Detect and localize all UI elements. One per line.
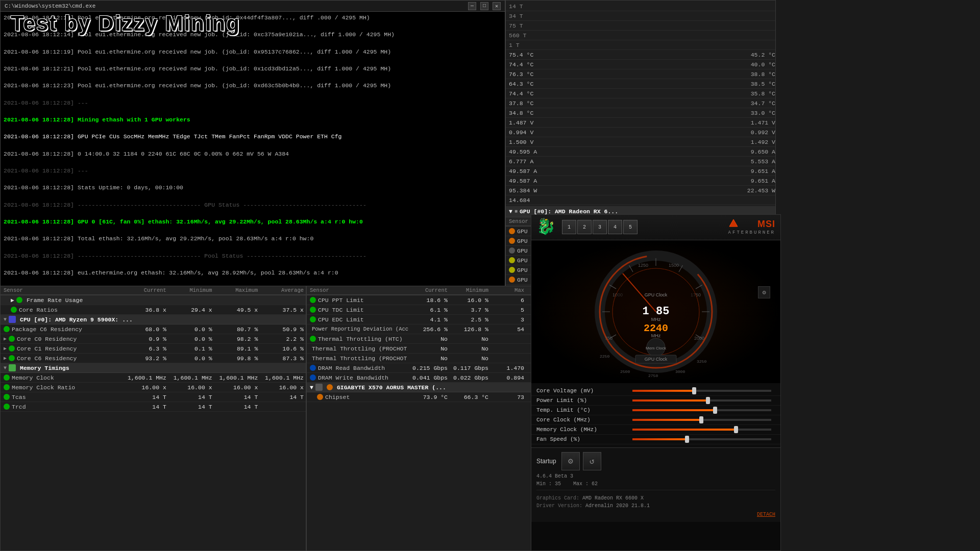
core-c0-v2: 0.0 %: [168, 336, 214, 342]
expand-icon: ▼: [4, 365, 7, 371]
core-c0-v3: 98.2 %: [214, 336, 260, 342]
cmd-line: 2021-08-06 18:12:19] Pool eu1.ethermine.…: [4, 48, 502, 57]
core-c1-v2: 0.1 %: [168, 345, 214, 352]
tcas-v4: 14 T: [260, 394, 306, 400]
hwinfo-left-panel: Sensor Current Minimum Maximum Average ▶…: [0, 286, 306, 551]
core-ratios-v4: 37.5 x: [260, 307, 306, 313]
trcd-v3: 14 T: [214, 404, 260, 410]
gigabyte-section[interactable]: ▼ GIGABYTE X570 AORUS MASTER (...: [307, 383, 535, 392]
ab-icon-x[interactable]: [727, 217, 740, 232]
ab-max: Max : 62: [573, 481, 598, 487]
table-row: 14 T: [506, 2, 775, 11]
core-c0-v1: 0.9 %: [122, 336, 168, 342]
table-row: 75 T: [506, 21, 775, 31]
core-c0-v4: 2.2 %: [260, 336, 306, 342]
ab-profile-2[interactable]: 2: [577, 220, 592, 234]
table-row: 1.487 V1.471 V: [506, 118, 775, 128]
cmd-line: 2021-08-06 18:12:28] -------------------…: [4, 201, 502, 210]
core-ratios-v1: 36.8 x: [122, 307, 168, 313]
ab-driver-row: Driver Version: Adrenalin 2020 21.8.1: [536, 503, 775, 509]
section-icon: [16, 297, 22, 303]
cmd-line: 2021-08-06 18:12:28] GPU 0 [61C, fan 0%]…: [4, 218, 502, 227]
frame-rate-section[interactable]: ▶ Frame Rate Usage: [1, 295, 306, 305]
core-c6-v1: 93.2 %: [122, 355, 168, 362]
cpu-section-header[interactable]: ▼ CPU [#0]: AMD Ryzen 9 5900X: ...: [1, 315, 306, 324]
frame-rate-label: Frame Rate Usage: [27, 297, 83, 304]
ab-startup-row: Startup ⚙ ↺: [536, 452, 775, 470]
row-icon: [310, 297, 316, 303]
power-limit-slider[interactable]: [632, 399, 771, 402]
ab-graphics-card-row: Graphics Card: AMD Radeon RX 6600 X: [536, 495, 775, 501]
ab-profile-5[interactable]: 5: [623, 220, 638, 234]
table-row: 74.4 °C35.8 °C: [506, 89, 775, 98]
svg-text:1250: 1250: [638, 263, 648, 268]
row-icon: [317, 394, 323, 400]
temp-limit-row: Temp. Limit (°C): [531, 406, 780, 415]
thermal-htc-v1: No: [409, 336, 450, 342]
expand-arrow: ▶: [4, 345, 7, 352]
cpu-edc-row: CPU EDC Limit 4.1 % 2.5 % 3: [307, 315, 535, 324]
ab-subtitle: AFTERBURNER: [728, 230, 775, 235]
cpu-ppt-v3: 6: [491, 297, 526, 304]
cmd-line: 2021-08-06 18:12:23] Pool eu1.ethermine.…: [4, 82, 502, 90]
cmd-separator: 2021-08-06 18:12:28] -------------------…: [4, 252, 502, 261]
memory-timings-section[interactable]: ▼ Memory Timings: [1, 363, 306, 373]
pkg-c6-v3: 80.7 %: [214, 326, 260, 333]
gigabyte-icon: [315, 384, 323, 391]
cpu-tdc-label: CPU TDC Limit: [318, 307, 364, 313]
cpu-section-label: CPU [#0]: AMD Ryzen 9 5900X: ...: [20, 316, 133, 323]
row-icon: [310, 365, 316, 371]
cmd-maximize[interactable]: □: [480, 2, 488, 10]
table-row: 1 T: [506, 40, 775, 50]
memory-clock-slider-label: Memory Clock (MHz): [536, 427, 628, 433]
row-icon: [4, 394, 10, 400]
cpu-edc-v2: 2.5 %: [450, 316, 491, 323]
ab-version-row: 4.6.4 Beta 3: [536, 473, 775, 479]
cmd-content: Test by Dizzy Mining 2021-08-06 18:12:10…: [1, 12, 505, 295]
ab-profile-4[interactable]: 4: [608, 220, 622, 234]
fan-speed-row: Fan Speed (%): [531, 435, 780, 444]
temp-limit-label: Temp. Limit (°C): [536, 407, 628, 413]
svg-text:1500: 1500: [669, 263, 679, 268]
thermal-prochot-cpu-label: Thermal Throttling (PROCHOT CPU): [312, 345, 409, 352]
ab-graphics-card-value: AMD Radeon RX 6600 X: [582, 495, 644, 501]
table-row: 75.4 °C45.2 °C: [506, 50, 775, 60]
memory-clock-slider[interactable]: [632, 429, 771, 431]
chipset-v1: 73.9 °C: [409, 394, 450, 400]
temp-limit-slider[interactable]: [632, 409, 771, 411]
row-icon: [509, 277, 515, 283]
thermal-prochot-ext-v1: No: [409, 355, 450, 362]
cpu-edc-label: CPU EDC Limit: [318, 316, 364, 323]
core-voltage-slider[interactable]: [632, 390, 771, 392]
ab-profile-3[interactable]: 3: [593, 220, 607, 234]
ab-settings-action-btn[interactable]: ⚙: [561, 452, 580, 470]
memory-clock-row: Memory Clock 1,600.1 MHz 1,600.1 MHz 1,6…: [1, 373, 306, 383]
expand-icon: ▶: [11, 296, 14, 304]
ab-driver-label: Driver Version:: [536, 503, 585, 509]
row-icon: [9, 336, 15, 342]
fan-speed-slider[interactable]: [632, 438, 771, 440]
cmd-minimize[interactable]: —: [468, 2, 476, 10]
svg-text:3250: 3250: [697, 359, 706, 364]
cpu-tdc-v1: 6.1 %: [409, 307, 450, 313]
ab-settings-btn[interactable]: ⚙: [758, 286, 770, 298]
trcd-v1: 14 T: [122, 404, 168, 410]
expand-icon: ▼: [4, 317, 7, 322]
table-row: 76.3 °C38.8 °C: [506, 69, 775, 79]
dram-read-label: DRAM Read Bandwidth: [318, 365, 385, 371]
ab-reset-btn[interactable]: ↺: [583, 452, 601, 470]
cmd-window: C:\Windows\system32\cmd.exe — □ ✕ Test b…: [0, 0, 505, 296]
svg-text:750: 750: [605, 336, 612, 341]
cpu-edc-v1: 4.1 %: [409, 316, 450, 323]
row-icon: [9, 355, 15, 361]
cpu-tdc-v2: 3.7 %: [450, 307, 491, 313]
memory-clock-ratio-row: Memory Clock Ratio 16.00 x 16.00 x 16.00…: [1, 383, 306, 392]
memory-clock-ratio-v2: 16.00 x: [168, 384, 214, 391]
core-clock-slider[interactable]: [632, 419, 771, 421]
gigabyte-color-icon: [327, 384, 333, 390]
cmd-close[interactable]: ✕: [493, 2, 501, 10]
ab-detach-link[interactable]: DETACH: [757, 512, 775, 517]
ab-profile-1[interactable]: 1: [562, 220, 576, 234]
cmd-line: 2021-08-06 18:12:21] Pool eu1.ethermine.…: [4, 65, 502, 73]
thermal-prochot-ext-label: Thermal Throttling (PROCHOT EXT): [312, 355, 409, 362]
